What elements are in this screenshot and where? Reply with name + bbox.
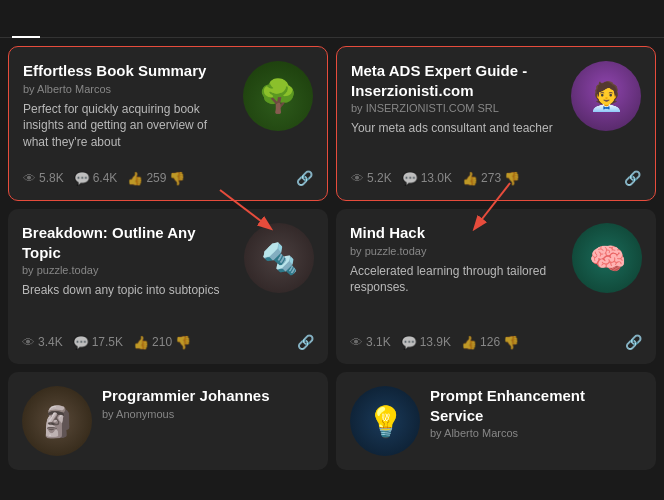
comments-stat: 💬 17.5K [73,335,123,350]
nav-education[interactable] [124,0,152,38]
card-title: Mind Hack [350,223,564,243]
views-count: 5.8K [39,171,64,185]
card-info: Meta ADS Expert Guide - Inserzionisti.co… [351,61,563,137]
nav-productivity[interactable] [68,0,96,38]
card-image: 🔩 [244,223,314,293]
likes-stat: 👍 259 👎 [127,171,185,186]
card-image: 💡 [350,386,420,456]
link-icon[interactable]: 🔗 [625,334,642,350]
views-count: 3.4K [38,335,63,349]
card-meta-ads[interactable]: Meta ADS Expert Guide - Inserzionisti.co… [336,46,656,201]
card-desc: Perfect for quickly acquiring book insig… [23,101,235,151]
nav-top-picks[interactable] [12,0,40,38]
thumbs-up-icon: 👍 [133,335,149,350]
comments-count: 6.4K [93,171,118,185]
card-stats: 👁 5.2K 💬 13.0K 👍 273 👎 🔗 [351,160,641,186]
card-title: Programmier Johannes [102,386,314,406]
card-title: Prompt Enhancement Service [430,386,642,425]
eye-icon: 👁 [351,171,364,186]
eye-icon: 👁 [22,335,35,350]
card-image: 🌳 [243,61,313,131]
comments-count: 17.5K [92,335,123,349]
card-desc: Your meta ads consultant and teacher [351,120,563,137]
link-icon[interactable]: 🔗 [297,334,314,350]
nav-programming[interactable] [180,0,208,38]
card-info: Mind Hack by puzzle.today Accelerated le… [350,223,564,296]
likes-stat: 👍 126 👎 [461,335,519,350]
comment-icon: 💬 [402,171,418,186]
comments-count: 13.9K [420,335,451,349]
card-desc: Breaks down any topic into subtopics [22,282,236,299]
eye-icon: 👁 [350,335,363,350]
comment-icon: 💬 [74,171,90,186]
comment-icon: 💬 [401,335,417,350]
card-top: Mind Hack by puzzle.today Accelerated le… [350,223,642,296]
views-count: 3.1K [366,335,391,349]
comments-stat: 💬 13.9K [401,335,451,350]
link-icon[interactable]: 🔗 [624,170,641,186]
card-author: by Alberto Marcos [23,83,235,95]
card-title: Effortless Book Summary [23,61,235,81]
link-icon[interactable]: 🔗 [296,170,313,186]
likes-count: 259 [146,171,166,185]
card-desc: Accelerated learning through tailored re… [350,263,564,297]
nav-writing[interactable] [40,0,68,38]
comment-icon: 💬 [73,335,89,350]
thumbs-down-icon[interactable]: 👎 [503,335,519,350]
card-effortless-book[interactable]: Effortless Book Summary by Alberto Marco… [8,46,328,201]
likes-count: 210 [152,335,172,349]
card-image: 🧑‍💼 [571,61,641,131]
card-author: by Alberto Marcos [430,427,642,439]
card-stats: 👁 5.8K 💬 6.4K 👍 259 👎 🔗 [23,160,313,186]
thumbs-up-icon: 👍 [462,171,478,186]
views-count: 5.2K [367,171,392,185]
bottom-cards-row: 🗿 Programmier Johannes by Anonymous 💡 Pr… [0,372,664,478]
card-author: by INSERZIONISTI.COM SRL [351,102,563,114]
likes-stat: 👍 273 👎 [462,171,520,186]
card-top: Breakdown: Outline Any Topic by puzzle.t… [22,223,314,299]
eye-icon: 👁 [23,171,36,186]
card-image: 🧠 [572,223,642,293]
nav-lifestyle[interactable] [152,0,180,38]
card-info: Breakdown: Outline Any Topic by puzzle.t… [22,223,236,299]
comments-stat: 💬 6.4K [74,171,118,186]
navigation [0,0,664,38]
thumbs-down-icon[interactable]: 👎 [175,335,191,350]
card-stats: 👁 3.1K 💬 13.9K 👍 126 👎 🔗 [350,324,642,350]
views-stat: 👁 3.4K [22,335,63,350]
views-stat: 👁 5.2K [351,171,392,186]
card-info: Prompt Enhancement Service by Alberto Ma… [430,386,642,445]
likes-count: 273 [481,171,501,185]
card-top: Effortless Book Summary by Alberto Marco… [23,61,313,151]
card-breakdown-outline[interactable]: Breakdown: Outline Any Topic by puzzle.t… [8,209,328,364]
card-info: Effortless Book Summary by Alberto Marco… [23,61,235,151]
card-image: 🗿 [22,386,92,456]
likes-count: 126 [480,335,500,349]
card-prompt-enhancement[interactable]: 💡 Prompt Enhancement Service by Alberto … [336,372,656,470]
nav-research[interactable] [96,0,124,38]
card-info: Programmier Johannes by Anonymous [102,386,314,426]
cards-grid: Effortless Book Summary by Alberto Marco… [0,38,664,372]
thumbs-up-icon: 👍 [127,171,143,186]
views-stat: 👁 5.8K [23,171,64,186]
card-top: Meta ADS Expert Guide - Inserzionisti.co… [351,61,641,137]
thumbs-down-icon[interactable]: 👎 [504,171,520,186]
card-mind-hack[interactable]: Mind Hack by puzzle.today Accelerated le… [336,209,656,364]
card-title: Breakdown: Outline Any Topic [22,223,236,262]
card-title: Meta ADS Expert Guide - Inserzionisti.co… [351,61,563,100]
card-programmier-johannes[interactable]: 🗿 Programmier Johannes by Anonymous [8,372,328,470]
comments-stat: 💬 13.0K [402,171,452,186]
views-stat: 👁 3.1K [350,335,391,350]
card-author: by puzzle.today [22,264,236,276]
card-stats: 👁 3.4K 💬 17.5K 👍 210 👎 🔗 [22,324,314,350]
card-author: by puzzle.today [350,245,564,257]
thumbs-up-icon: 👍 [461,335,477,350]
card-author: by Anonymous [102,408,314,420]
thumbs-down-icon[interactable]: 👎 [169,171,185,186]
comments-count: 13.0K [421,171,452,185]
likes-stat: 👍 210 👎 [133,335,191,350]
